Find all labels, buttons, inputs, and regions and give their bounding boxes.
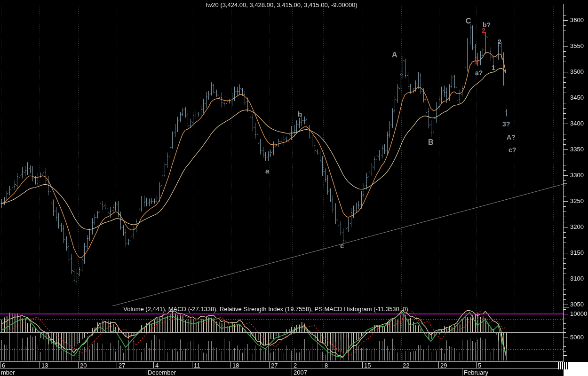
- axis-tick: [564, 129, 566, 129]
- wave-annotation-aq[interactable]: a?: [475, 69, 483, 77]
- wave-annotation-2[interactable]: 2: [482, 27, 485, 34]
- month-divider: [146, 368, 146, 376]
- wave-annotation-B[interactable]: B: [428, 138, 434, 147]
- axis-tick: [564, 323, 566, 324]
- axis-tick: [564, 217, 566, 217]
- date-month-label: mber: [1, 369, 15, 376]
- axis-tick: [564, 332, 566, 333]
- week-divider: [362, 362, 363, 368]
- month-divider: [292, 368, 292, 376]
- axis-corner-tick: [564, 355, 567, 356]
- week-divider: [78, 362, 79, 368]
- date-month-label: December: [148, 369, 176, 376]
- price-axis-label: 3200: [570, 223, 584, 230]
- axis-tick: [564, 160, 566, 160]
- wave-annotation-a[interactable]: a: [265, 167, 269, 175]
- axis-tick: [564, 253, 568, 253]
- axis-tick: [564, 77, 566, 78]
- axis-tick: [564, 98, 568, 98]
- axis-tick: [564, 351, 566, 352]
- week-divider: [230, 362, 231, 368]
- wave-annotation-cq[interactable]: c?: [509, 146, 516, 154]
- axis-tick: [564, 165, 566, 165]
- wave-annotation-Aq[interactable]: A?: [507, 133, 516, 141]
- date-month-label: 2007: [294, 369, 307, 376]
- axis-tick: [564, 155, 566, 155]
- axis-tick: [564, 51, 566, 52]
- axis-tick: [564, 328, 566, 329]
- axis-tick: [564, 294, 566, 295]
- axis-tick: [564, 62, 566, 62]
- axis-tick: [564, 346, 566, 347]
- price-axis-label: 3400: [570, 120, 584, 127]
- price-axis-label: 5000: [570, 334, 584, 341]
- price-axis-label: 3050: [570, 301, 584, 308]
- week-divider: [0, 362, 0, 368]
- wave-annotation-1[interactable]: 1: [492, 64, 495, 71]
- axis-tick: [564, 186, 566, 186]
- axis-tick: [564, 20, 568, 21]
- week-divider: [323, 362, 323, 368]
- week-divider: [292, 362, 292, 368]
- axis-tick: [564, 196, 566, 196]
- axis-tick: [564, 284, 566, 284]
- axis-tick: [564, 258, 566, 258]
- axis-tick: [564, 36, 566, 36]
- wave-annotation-2[interactable]: 2: [498, 38, 501, 46]
- date-axis-top-border: [0, 361, 564, 362]
- price-axis-label: 3600: [570, 16, 584, 24]
- axis-tick: [564, 67, 566, 67]
- axis-tick: [564, 31, 566, 31]
- axis-tick: [564, 243, 566, 243]
- axis-tick: [564, 263, 566, 264]
- axis-tick: [564, 175, 568, 176]
- chart-window: { "titles": { "main": "fw20 (3,424.00, 3…: [0, 0, 588, 376]
- axis-tick: [564, 201, 568, 202]
- week-divider: [117, 362, 117, 368]
- window-corner: [564, 369, 588, 376]
- horizontal-scrollbar-grip[interactable]: [559, 362, 568, 369]
- axis-tick: [564, 279, 568, 279]
- axis-tick: [564, 134, 566, 134]
- axis-tick: [564, 191, 566, 191]
- axis-tick: [564, 232, 566, 233]
- axis-tick: [564, 337, 568, 337]
- axis-tick: [564, 41, 566, 41]
- axis-tick: [564, 212, 566, 212]
- month-divider: [462, 368, 462, 376]
- axis-tick: [564, 103, 566, 103]
- wave-annotation-3q[interactable]: 3?: [502, 120, 510, 128]
- wave-annotation-C[interactable]: C: [466, 17, 471, 25]
- week-divider: [476, 362, 477, 368]
- axis-tick: [564, 25, 566, 26]
- axis-tick: [564, 237, 566, 238]
- axis-tick: [564, 46, 568, 47]
- axis-tick: [564, 268, 566, 269]
- axis-tick: [564, 309, 566, 310]
- axis-tick: [564, 305, 568, 305]
- price-axis-label: 3550: [570, 42, 584, 49]
- week-divider: [438, 362, 439, 368]
- axis-tick: [564, 274, 566, 274]
- axis-tick: [564, 144, 566, 145]
- week-divider: [401, 362, 401, 368]
- axis-tick: [564, 149, 568, 150]
- price-axis-label: 3500: [570, 68, 584, 75]
- axis-tick: [564, 56, 566, 57]
- price-axis-label: 3350: [570, 146, 584, 153]
- wave-annotation-A[interactable]: A: [392, 51, 397, 59]
- chart-canvas[interactable]: [0, 0, 588, 376]
- axis-tick: [564, 183, 567, 184]
- wave-annotation-c[interactable]: c: [340, 242, 344, 250]
- axis-tick: [564, 342, 566, 342]
- wave-annotation-1[interactable]: 1: [474, 58, 478, 66]
- wave-annotation-b[interactable]: b: [298, 110, 302, 118]
- axis-tick: [564, 222, 566, 222]
- week-divider: [192, 362, 192, 368]
- axis-tick: [564, 180, 566, 181]
- axis-tick: [564, 124, 568, 124]
- axis-tick: [564, 227, 568, 227]
- price-axis-label: 3150: [570, 249, 584, 256]
- axis-tick: [564, 93, 566, 93]
- axis-tick: [564, 139, 566, 140]
